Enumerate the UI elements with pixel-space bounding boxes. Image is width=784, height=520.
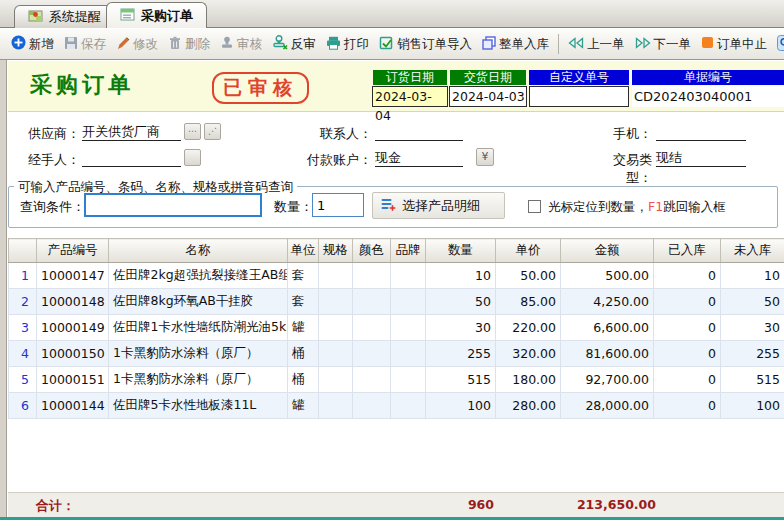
supplier-clear-button[interactable]: ⋰	[204, 123, 221, 140]
trade-type-label: 交易类型：	[588, 151, 652, 187]
toolbar-save-button[interactable]: 保存	[59, 33, 111, 56]
query-condition-label: 查询条件：	[20, 198, 85, 216]
col-spec[interactable]: 规格	[319, 239, 353, 263]
pencil-icon	[116, 36, 130, 53]
payment-account-label: 付款账户：	[286, 151, 372, 169]
mobile-field[interactable]	[656, 123, 746, 141]
supplier-label: 供应商：	[10, 125, 80, 143]
tab-system-reminder[interactable]: 系统提醒	[14, 5, 115, 28]
list-add-icon	[381, 197, 396, 215]
col-unit[interactable]: 单位	[288, 239, 319, 263]
table-row[interactable]: 4100001501卡黑豹防水涂料（原厂）桶255320.0081,600.00…	[9, 341, 784, 367]
col-product-code[interactable]: 产品编号	[37, 239, 109, 263]
toolbar-print-button[interactable]: 打印	[321, 33, 374, 56]
table-row[interactable]: 310000149佐田牌1卡水性墙纸防潮光油5k...罐30220.006,60…	[9, 315, 784, 341]
import-icon	[379, 36, 394, 53]
window-left-border	[0, 60, 7, 520]
order-lines-table: 产品编号 名称 单位 规格 颜色 品牌 数量 单价 金额 已入库 未入库 110…	[8, 238, 784, 419]
page-title: 采购订单	[30, 70, 134, 100]
toolbar: 新增 保存 修改 删除 审核 反审 打印 销售订单导入	[0, 29, 784, 60]
total-quantity: 960	[428, 497, 494, 512]
stamp-icon	[220, 36, 234, 53]
table-row[interactable]: 5100001511卡黑豹防水涂料（原厂）桶515180.0092,700.00…	[9, 367, 784, 393]
supplier-lookup-button[interactable]: ⋯	[184, 123, 201, 140]
col-qty[interactable]: 数量	[426, 239, 496, 263]
total-label: 合计：	[36, 497, 75, 515]
toolbar-unaudit-button[interactable]: 反审	[267, 32, 321, 56]
toolbar-audit-button[interactable]: 审核	[215, 33, 267, 56]
totals-bar: 合计： 960 213,650.00	[8, 492, 784, 517]
quantity-input[interactable]	[312, 193, 364, 217]
col-brand[interactable]: 品牌	[391, 239, 426, 263]
cursor-to-qty-label: 光标定位到数量，F1跳回输入框	[548, 199, 726, 216]
tab-bar: 系统提醒 采购订单	[0, 0, 784, 28]
yen-button[interactable]: ¥	[476, 148, 494, 166]
toolbar-new-button[interactable]: 新增	[6, 32, 59, 56]
toolbar-doc-query-button[interactable]: 单据查询	[772, 32, 784, 57]
tab-label: 系统提醒	[49, 8, 101, 26]
col-price[interactable]: 单价	[496, 239, 561, 263]
toolbar-whole-stock-in-button[interactable]: 整单入库	[477, 33, 554, 56]
col-in-stock[interactable]: 已入库	[654, 239, 721, 263]
form-icon	[120, 8, 135, 24]
supplier-field[interactable]: 开关供货厂商	[82, 123, 181, 141]
toolbar-previous-button[interactable]: 上一单	[563, 33, 630, 56]
cursor-to-qty-checkbox[interactable]	[528, 200, 541, 213]
stop-icon	[701, 36, 714, 52]
table-row[interactable]: 210000148佐田牌8kg环氧AB干挂胶套5085.004,250.0005…	[9, 289, 784, 315]
stamp-undo-icon	[272, 35, 288, 53]
col-rownum[interactable]	[9, 239, 37, 263]
payment-account-field[interactable]: 现金	[375, 149, 463, 167]
handler-lookup-button[interactable]	[184, 149, 201, 166]
custom-number-field[interactable]	[529, 86, 629, 107]
table-header-row: 产品编号 名称 单位 规格 颜色 品牌 数量 单价 金额 已入库 未入库	[9, 239, 784, 263]
next-icon	[635, 37, 651, 52]
toolbar-delete-button[interactable]: 删除	[163, 33, 215, 56]
tab-purchase-order[interactable]: 采购订单	[106, 2, 207, 28]
table-row[interactable]: 610000144佐田牌5卡水性地板漆11L罐100280.0028,000.0…	[9, 393, 784, 419]
col-pending[interactable]: 未入库	[721, 239, 784, 263]
toolbar-stop-order-button[interactable]: 订单中止	[696, 33, 772, 56]
save-icon	[64, 36, 78, 53]
doc-search-icon	[777, 35, 784, 54]
boxes-icon	[482, 36, 496, 53]
delivery-date-field[interactable]: 2024-04-03	[449, 86, 527, 107]
toolbar-modify-button[interactable]: 修改	[111, 33, 163, 56]
audited-stamp: 已审核	[212, 72, 309, 104]
contact-field[interactable]	[375, 123, 463, 141]
custom-number-header: 自定义单号	[529, 70, 629, 85]
add-circle-icon	[11, 35, 26, 53]
delivery-date-header: 交货日期	[450, 70, 526, 85]
doc-number-field: CD202403040001	[632, 86, 784, 107]
table-row[interactable]: 110000147佐田牌2kg超强抗裂接缝王AB组套1050.00500.000…	[9, 263, 784, 289]
toolbar-separator	[558, 34, 559, 54]
purchase-order-window: 系统提醒 采购订单 新增 保存 修改 删除 审核 反审	[0, 0, 784, 520]
map-icon	[28, 9, 43, 25]
handler-label: 经手人：	[10, 151, 80, 169]
trade-type-field[interactable]: 现结	[656, 149, 746, 167]
mobile-label: 手机：	[588, 125, 652, 143]
handler-field[interactable]	[82, 149, 181, 167]
col-color[interactable]: 颜色	[353, 239, 391, 263]
trash-icon	[168, 36, 182, 53]
contact-label: 联系人：	[298, 125, 372, 143]
total-amount: 213,650.00	[564, 497, 656, 512]
toolbar-next-button[interactable]: 下一单	[630, 33, 697, 56]
prev-icon	[568, 37, 584, 52]
quantity-label: 数量：	[274, 198, 313, 216]
printer-icon	[326, 36, 341, 53]
order-date-field[interactable]: 2024-03-04	[372, 86, 448, 107]
order-date-header: 订货日期	[373, 70, 447, 85]
doc-number-header: 单据编号	[632, 70, 784, 85]
col-amount[interactable]: 金额	[561, 239, 654, 263]
query-condition-input[interactable]	[84, 193, 262, 217]
f1-hotkey-text: F1	[648, 199, 663, 214]
select-product-detail-button[interactable]: 选择产品明细	[372, 192, 505, 219]
toolbar-sales-import-button[interactable]: 销售订单导入	[374, 33, 477, 56]
tab-label: 采购订单	[141, 7, 193, 25]
col-name[interactable]: 名称	[109, 239, 288, 263]
